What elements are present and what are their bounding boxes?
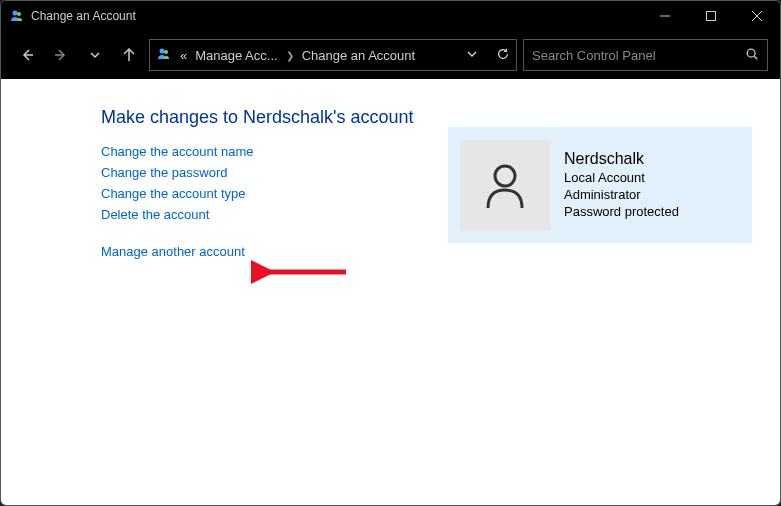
delete-account-link[interactable]: Delete the account: [101, 207, 209, 222]
change-name-link[interactable]: Change the account name: [101, 144, 254, 159]
address-bar[interactable]: « Manage Acc... ❯ Change an Account: [149, 39, 517, 71]
recent-dropdown[interactable]: [81, 41, 109, 69]
avatar: [460, 140, 550, 230]
svg-point-13: [495, 166, 515, 186]
search-input[interactable]: [532, 48, 745, 63]
refresh-button[interactable]: [496, 47, 510, 64]
page-heading: Make changes to Nerdschalk's account: [101, 107, 756, 128]
search-box[interactable]: [523, 39, 768, 71]
account-name: Nerdschalk: [564, 149, 679, 170]
users-icon: [156, 46, 172, 65]
maximize-button[interactable]: [688, 1, 734, 31]
svg-point-9: [160, 48, 165, 53]
back-button[interactable]: [13, 41, 41, 69]
account-info: Nerdschalk Local Account Administrator P…: [564, 149, 679, 220]
account-protection: Password protected: [564, 204, 679, 221]
window-controls: [642, 1, 780, 31]
svg-point-1: [17, 12, 21, 16]
svg-point-10: [164, 50, 168, 54]
chevron-down-icon[interactable]: [466, 48, 478, 63]
breadcrumb-item[interactable]: Manage Acc...: [195, 48, 277, 63]
up-button[interactable]: [115, 41, 143, 69]
minimize-button[interactable]: [642, 1, 688, 31]
account-role: Administrator: [564, 187, 679, 204]
manage-another-link[interactable]: Manage another account: [101, 244, 245, 259]
svg-point-0: [13, 11, 18, 16]
account-type: Local Account: [564, 170, 679, 187]
toolbar: « Manage Acc... ❯ Change an Account: [1, 31, 780, 79]
annotation-arrow: [251, 255, 351, 289]
users-icon: [9, 8, 25, 24]
window-title: Change an Account: [31, 9, 642, 23]
breadcrumb-item[interactable]: Change an Account: [302, 48, 415, 63]
breadcrumb-prefix: «: [180, 48, 187, 63]
change-password-link[interactable]: Change the password: [101, 165, 227, 180]
forward-button[interactable]: [47, 41, 75, 69]
close-button[interactable]: [734, 1, 780, 31]
change-type-link[interactable]: Change the account type: [101, 186, 246, 201]
chevron-right-icon: ❯: [286, 50, 294, 61]
content-area: Make changes to Nerdschalk's account Cha…: [1, 79, 780, 506]
person-icon: [480, 160, 530, 210]
titlebar: Change an Account: [1, 1, 780, 31]
svg-rect-3: [707, 12, 716, 21]
search-icon[interactable]: [745, 47, 759, 64]
svg-line-12: [754, 56, 757, 59]
svg-point-11: [747, 49, 755, 57]
account-card: Nerdschalk Local Account Administrator P…: [448, 127, 752, 243]
